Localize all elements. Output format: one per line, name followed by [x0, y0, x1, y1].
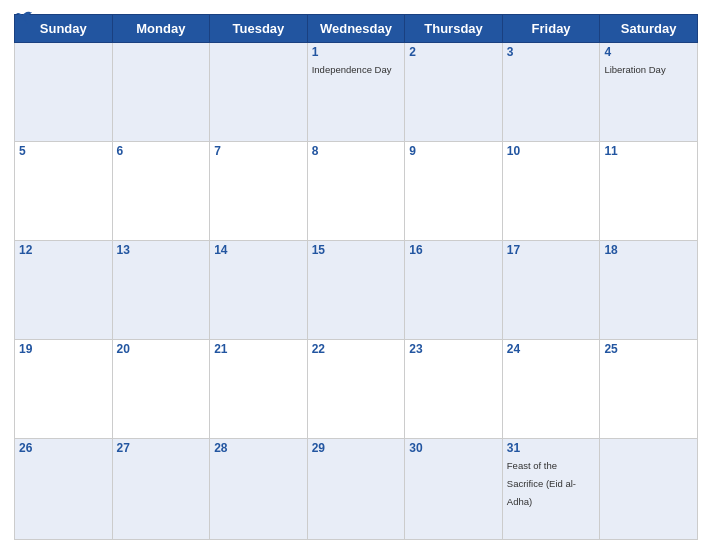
day-number: 22	[312, 342, 401, 356]
calendar-cell: 25	[600, 340, 698, 439]
day-number: 13	[117, 243, 206, 257]
calendar-cell: 12	[15, 241, 113, 340]
day-number: 23	[409, 342, 498, 356]
day-number: 20	[117, 342, 206, 356]
day-number: 11	[604, 144, 693, 158]
day-number: 25	[604, 342, 693, 356]
calendar-cell: 27	[112, 439, 210, 540]
holiday-text: Independence Day	[312, 64, 392, 75]
calendar-cell	[112, 43, 210, 142]
day-number: 21	[214, 342, 303, 356]
calendar-cell: 29	[307, 439, 405, 540]
logo-bird-icon	[16, 10, 32, 24]
day-number: 8	[312, 144, 401, 158]
calendar-cell: 23	[405, 340, 503, 439]
calendar-cell: 17	[502, 241, 600, 340]
calendar-cell	[15, 43, 113, 142]
day-number: 3	[507, 45, 596, 59]
weekday-header-tuesday: Tuesday	[210, 15, 308, 43]
day-number: 14	[214, 243, 303, 257]
calendar-cell: 19	[15, 340, 113, 439]
calendar-cell	[600, 439, 698, 540]
calendar-cell: 21	[210, 340, 308, 439]
calendar-cell	[210, 43, 308, 142]
day-number: 15	[312, 243, 401, 257]
logo	[14, 10, 32, 24]
calendar-cell: 6	[112, 142, 210, 241]
calendar-cell: 22	[307, 340, 405, 439]
calendar-cell: 30	[405, 439, 503, 540]
calendar-cell: 9	[405, 142, 503, 241]
day-number: 6	[117, 144, 206, 158]
day-number: 16	[409, 243, 498, 257]
calendar-wrapper: SundayMondayTuesdayWednesdayThursdayFrid…	[0, 0, 712, 550]
calendar-cell: 7	[210, 142, 308, 241]
calendar-cell: 20	[112, 340, 210, 439]
calendar-table: SundayMondayTuesdayWednesdayThursdayFrid…	[14, 14, 698, 540]
weekday-header-thursday: Thursday	[405, 15, 503, 43]
logo-blue-text	[14, 10, 32, 24]
day-number: 5	[19, 144, 108, 158]
day-number: 31	[507, 441, 596, 455]
day-number: 17	[507, 243, 596, 257]
calendar-cell: 5	[15, 142, 113, 241]
day-number: 2	[409, 45, 498, 59]
calendar-cell: 1Independence Day	[307, 43, 405, 142]
calendar-cell: 14	[210, 241, 308, 340]
calendar-cell: 15	[307, 241, 405, 340]
calendar-cell: 3	[502, 43, 600, 142]
day-number: 26	[19, 441, 108, 455]
calendar-cell: 8	[307, 142, 405, 241]
calendar-cell: 13	[112, 241, 210, 340]
calendar-cell: 18	[600, 241, 698, 340]
day-number: 30	[409, 441, 498, 455]
holiday-text: Feast of the Sacrifice (Eid al-Adha)	[507, 460, 576, 507]
calendar-cell: 31Feast of the Sacrifice (Eid al-Adha)	[502, 439, 600, 540]
calendar-cell: 2	[405, 43, 503, 142]
week-row-1: 1Independence Day234Liberation Day	[15, 43, 698, 142]
day-number: 29	[312, 441, 401, 455]
day-number: 4	[604, 45, 693, 59]
calendar-cell: 4Liberation Day	[600, 43, 698, 142]
weekday-header-monday: Monday	[112, 15, 210, 43]
day-number: 27	[117, 441, 206, 455]
day-number: 24	[507, 342, 596, 356]
day-number: 18	[604, 243, 693, 257]
calendar-cell: 11	[600, 142, 698, 241]
holiday-text: Liberation Day	[604, 64, 665, 75]
week-row-2: 567891011	[15, 142, 698, 241]
calendar-cell: 16	[405, 241, 503, 340]
day-number: 10	[507, 144, 596, 158]
calendar-cell: 10	[502, 142, 600, 241]
calendar-cell: 26	[15, 439, 113, 540]
day-number: 7	[214, 144, 303, 158]
day-number: 9	[409, 144, 498, 158]
week-row-4: 19202122232425	[15, 340, 698, 439]
day-number: 12	[19, 243, 108, 257]
weekday-header-saturday: Saturday	[600, 15, 698, 43]
weekday-header-row: SundayMondayTuesdayWednesdayThursdayFrid…	[15, 15, 698, 43]
day-number: 1	[312, 45, 401, 59]
day-number: 19	[19, 342, 108, 356]
week-row-3: 12131415161718	[15, 241, 698, 340]
weekday-header-friday: Friday	[502, 15, 600, 43]
week-row-5: 262728293031Feast of the Sacrifice (Eid …	[15, 439, 698, 540]
calendar-cell: 24	[502, 340, 600, 439]
day-number: 28	[214, 441, 303, 455]
weekday-header-wednesday: Wednesday	[307, 15, 405, 43]
calendar-cell: 28	[210, 439, 308, 540]
